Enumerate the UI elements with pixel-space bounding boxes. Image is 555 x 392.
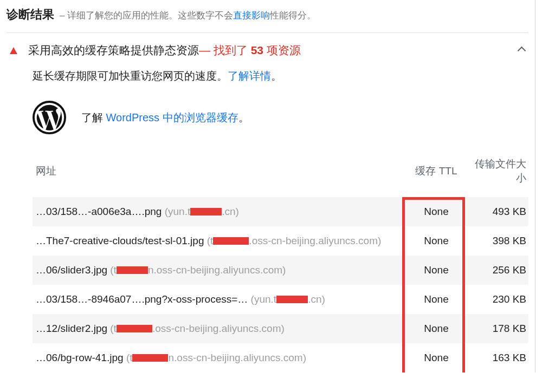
redacted-segment [132,354,168,362]
audit-toggle[interactable]: 采用高效的缓存策略提供静态资源 — 找到了 53 项资源 [7,33,528,61]
learn-more-link[interactable]: 了解详情 [228,70,271,82]
url-cell: …03/158…-8946a07….png?x-oss-process=… (y… [33,293,404,305]
size-cell: 230 KB [469,293,528,305]
size-cell: 398 KB [469,235,528,247]
url-host-prefix: (t [110,264,117,276]
perf-score-link[interactable]: 直接影响 [233,10,270,21]
url-path: …12/slider2.jpg [36,323,110,334]
warning-triangle-icon [10,47,17,54]
redacted-segment [117,325,152,332]
url-path: …03/158…-8946a07….png?x-oss-process=… [36,293,251,305]
url-cell: …03/158…-a006e3a….png (yun.t.cn) [33,206,404,218]
section-subtitle: – 详细了解您的应用的性能。这些数字不会直接影响性能得分。 [60,9,316,22]
section-title: 诊断结果 [7,6,54,23]
url-host-prefix: (t [110,323,117,334]
url-path: …06/slider3.jpg [36,264,110,276]
url-host-prefix: (yun.t [251,293,277,305]
url-host-suffix: .cn) [308,293,325,305]
ttl-cell: None [404,323,469,335]
section-header: 诊断结果 – 详细了解您的应用的性能。这些数字不会直接影响性能得分。 [7,6,528,33]
redacted-segment [117,266,148,274]
wordpress-hint-text: 了解 WordPress 中的浏览器缓存。 [81,110,249,125]
url-cell: …12/slider2.jpg (t.oss-cn-beijing.aliyun… [33,323,404,335]
url-path: …06/bg-row-41.jpg [36,352,126,363]
audit-body: 延长缓存期限可加快重访您网页的速度。了解详情。 了解 WordPress 中的浏… [7,61,528,373]
chevron-up-icon [518,47,525,54]
url-path: …03/158…-a006e3a….png [36,206,165,217]
table-row: …The7-creative-clouds/test-sl-01.jpg (t.… [33,226,528,256]
url-host-suffix: n.oss-cn-beijing.aliyuncs.com) [148,264,286,276]
ttl-cell: None [404,264,469,276]
url-host-prefix: (t [207,235,214,246]
wordpress-hint: 了解 WordPress 中的浏览器缓存。 [33,101,528,134]
audit-description: 延长缓存期限可加快重访您网页的速度。了解详情。 [33,69,528,83]
size-cell: 493 KB [469,206,528,218]
table-header: 网址 缓存 TTL 传输文件大小 [33,154,528,197]
table-row: …06/slider3.jpg (tn.oss-cn-beijing.aliyu… [33,256,528,285]
redacted-segment [276,296,308,303]
url-host-suffix: .oss-cn-beijing.aliyuncs.com) [152,323,285,334]
table-row: …03/158…-8946a07….png?x-oss-process=… (y… [33,285,528,314]
col-ttl-header: 缓存 TTL [404,164,469,178]
table-row: …06/bg-row-41.jpg (tn.oss-cn-beijing.ali… [33,343,528,373]
url-host-prefix: (t [126,352,133,363]
audit-count: — 找到了 53 项资源 [199,43,301,58]
ttl-cell: None [404,206,469,218]
size-cell: 163 KB [469,352,528,364]
url-cell: …06/slider3.jpg (tn.oss-cn-beijing.aliyu… [33,264,404,276]
url-host-prefix: (yun.t [165,206,191,217]
url-cell: …06/bg-row-41.jpg (tn.oss-cn-beijing.ali… [33,352,404,364]
col-size-header: 传输文件大小 [469,157,528,185]
url-host-suffix: .cn) [222,206,239,217]
ttl-cell: None [404,352,469,364]
wp-cache-link[interactable]: WordPress 中的浏览器缓存 [106,112,238,123]
table-row: …03/158…-a006e3a….png (yun.t.cn)None493 … [33,197,528,226]
url-host-suffix: n.oss-cn-beijing.aliyuncs.com) [168,352,306,363]
audit-title: 采用高效的缓存策略提供静态资源 [28,43,199,58]
redacted-segment [190,208,222,215]
col-url-header: 网址 [33,164,404,178]
ttl-cell: None [404,235,469,247]
wordpress-icon [33,101,66,134]
table-row: …12/slider2.jpg (t.oss-cn-beijing.aliyun… [33,314,528,343]
ttl-cell: None [404,293,469,305]
size-cell: 256 KB [469,264,528,276]
size-cell: 178 KB [469,323,528,335]
resource-table: 网址 缓存 TTL 传输文件大小 …03/158…-a006e3a….png (… [33,154,528,373]
url-host-suffix: .oss-cn-beijing.aliyuncs.com) [249,235,381,246]
url-cell: …The7-creative-clouds/test-sl-01.jpg (t.… [33,235,404,247]
redacted-segment [213,237,249,245]
url-path: …The7-creative-clouds/test-sl-01.jpg [36,235,207,246]
